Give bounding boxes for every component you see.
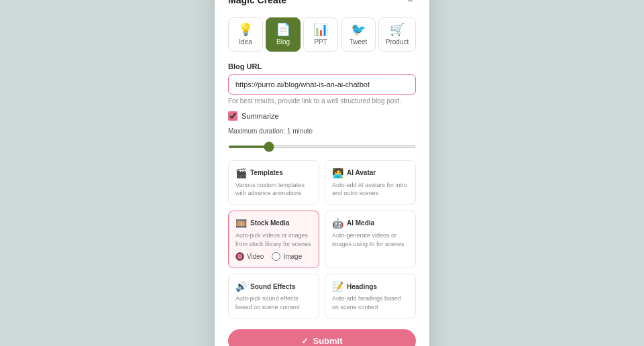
radio-video-text: Video (247, 253, 264, 260)
option-stock-media[interactable]: 🎞️ Stock Media Auto-pick videos or image… (228, 211, 319, 268)
ai-media-title: AI Media (347, 219, 374, 227)
product-icon: 🛒 (390, 23, 405, 36)
tab-blog-label: Blog (276, 38, 290, 46)
duration-section: Maximum duration: 1 minute (228, 127, 416, 151)
templates-title: Templates (250, 169, 283, 176)
templates-icon: 🎬 (235, 168, 247, 178)
summarize-checkbox[interactable] (228, 111, 237, 121)
option-templates[interactable]: 🎬 Templates Various custom templates wit… (228, 160, 319, 205)
modal-header: Magic Create × (228, 0, 416, 7)
option-sound-effects-header: 🔊 Sound Effects (235, 281, 312, 292)
option-sound-effects[interactable]: 🔊 Sound Effects Auto-pick sound effects … (228, 274, 319, 319)
url-field-section: Blog URL For best results, provide link … (228, 62, 416, 105)
ai-avatar-icon: 🧑‍💻 (332, 168, 343, 178)
submit-check-icon: ✓ (301, 336, 309, 346)
tab-idea[interactable]: 💡 Idea (228, 17, 263, 52)
submit-button[interactable]: ✓ Submit (228, 329, 416, 346)
options-grid: 🎬 Templates Various custom templates wit… (228, 160, 416, 319)
option-ai-media-header: 🤖 AI Media (332, 218, 409, 229)
radio-video-label[interactable]: Video (235, 252, 264, 261)
magic-create-modal: Magic Create × 💡 Idea 📄 Blog 📊 PPT 🐦 Twe… (215, 0, 429, 346)
option-ai-media[interactable]: 🤖 AI Media Auto-generate videos or image… (325, 211, 416, 268)
ai-avatar-desc: Auto-add AI avatars for intro and outro … (332, 181, 409, 198)
tab-ppt[interactable]: 📊 PPT (303, 17, 338, 52)
ppt-icon: 📊 (313, 23, 328, 36)
sound-effects-title: Sound Effects (250, 283, 295, 290)
blog-icon: 📄 (276, 23, 290, 36)
duration-label: Maximum duration: 1 minute (228, 127, 416, 135)
radio-image[interactable] (272, 252, 280, 261)
option-stock-media-header: 🎞️ Stock Media (235, 218, 312, 229)
option-ai-avatar-header: 🧑‍💻 AI Avatar (332, 168, 409, 178)
headings-desc: Auto-add headings based on scene content (332, 294, 409, 311)
url-input[interactable] (228, 74, 416, 95)
ai-media-icon: 🤖 (332, 218, 343, 229)
option-ai-avatar[interactable]: 🧑‍💻 AI Avatar Auto-add AI avatars for in… (325, 160, 416, 205)
idea-icon: 💡 (238, 23, 253, 36)
stock-media-desc: Auto-pick videos or images from stock li… (235, 231, 312, 248)
sound-effects-icon: 🔊 (235, 281, 247, 292)
stock-media-radio-row: Video Image (235, 252, 312, 261)
tab-tweet-label: Tweet (350, 38, 368, 46)
stock-media-title: Stock Media (250, 219, 289, 227)
duration-slider[interactable] (228, 146, 416, 148)
option-templates-header: 🎬 Templates (235, 168, 312, 178)
summarize-label: Summarize (241, 112, 279, 120)
templates-desc: Various custom templates with advance an… (235, 181, 312, 198)
tab-product[interactable]: 🛒 Product (378, 17, 416, 52)
tab-ppt-label: PPT (314, 38, 327, 46)
tab-product-label: Product (386, 38, 409, 46)
tweet-icon: 🐦 (351, 23, 366, 36)
url-field-label: Blog URL (228, 62, 416, 70)
sound-effects-desc: Auto-pick sound effects based on scene c… (235, 294, 312, 311)
summarize-row: Summarize (228, 111, 416, 121)
ai-media-desc: Auto-generate videos or images using AI … (332, 231, 409, 248)
close-button[interactable]: × (405, 0, 416, 7)
ai-avatar-title: AI Avatar (347, 169, 376, 176)
radio-image-label[interactable]: Image (272, 252, 302, 261)
radio-video[interactable] (235, 252, 244, 261)
tab-tweet[interactable]: 🐦 Tweet (341, 17, 376, 52)
tab-idea-label: Idea (239, 38, 252, 46)
tab-blog[interactable]: 📄 Blog (266, 17, 301, 52)
option-headings[interactable]: 📝 Headings Auto-add headings based on sc… (325, 274, 416, 319)
option-headings-header: 📝 Headings (332, 281, 409, 292)
submit-label: Submit (313, 336, 342, 346)
url-hint: For best results, provide link to a well… (228, 97, 416, 105)
modal-title: Magic Create (228, 0, 286, 5)
headings-title: Headings (347, 283, 377, 290)
tab-bar: 💡 Idea 📄 Blog 📊 PPT 🐦 Tweet 🛒 Product (228, 17, 416, 52)
headings-icon: 📝 (332, 281, 343, 292)
radio-image-text: Image (283, 253, 302, 260)
stock-media-icon: 🎞️ (235, 218, 247, 229)
